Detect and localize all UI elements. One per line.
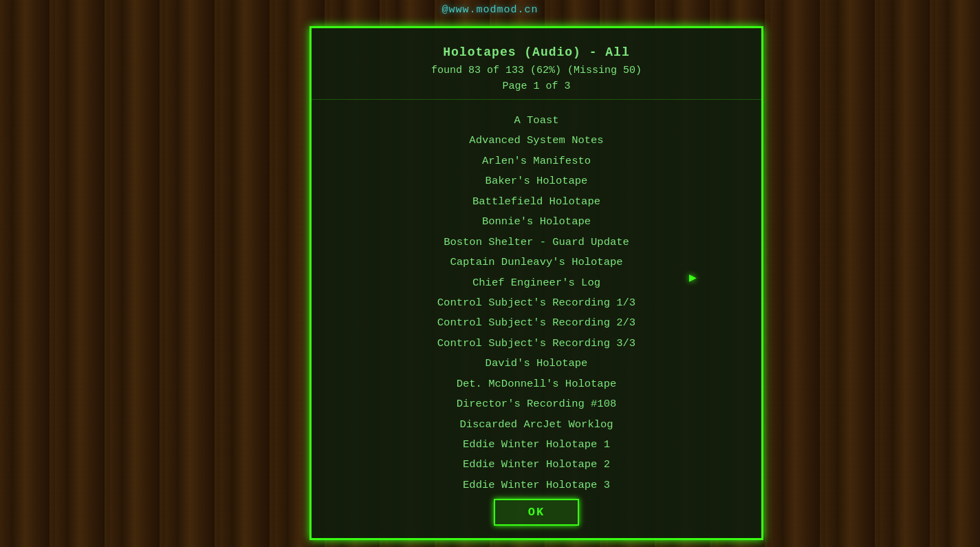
list-item[interactable]: Baker's Holotape (325, 171, 748, 191)
watermark: @www.modmod.cn (0, 0, 980, 16)
list-item[interactable]: Discarded ArcJet Worklog (325, 415, 748, 435)
header-page: Page 1 of 3 (325, 81, 748, 92)
list-item[interactable]: Eddie Winter Holotape 1 (325, 435, 748, 455)
list-item[interactable]: Eddie Winter Holotape 3 (325, 475, 748, 492)
list-item[interactable]: Control Subject's Recording 2/3 (325, 313, 748, 333)
list-item[interactable]: Eddie Winter Holotape 2 (325, 455, 748, 475)
selection-cursor: ▶ (689, 270, 697, 285)
list-item[interactable]: Det. McDonnell's Holotape (325, 374, 748, 394)
list-item[interactable]: Captain Dunleavy's Holotape (325, 253, 748, 272)
list-item[interactable]: Director's Recording #108 (325, 394, 748, 414)
list-item[interactable]: Battlefield Holotape (325, 192, 748, 212)
list-item[interactable]: Arlen's Manifesto (325, 151, 748, 171)
watermark-text: @www.modmod.cn (442, 4, 538, 16)
list-item[interactable]: Bonnie's Holotape (325, 212, 748, 232)
list-item[interactable]: Control Subject's Recording 3/3 (325, 334, 748, 354)
list-item[interactable]: Advanced System Notes (325, 131, 748, 151)
ok-button[interactable]: OK (494, 499, 579, 526)
header-subtitle: found 83 of 133 (62%) (Missing 50) (325, 65, 748, 76)
header-title: Holotapes (Audio) - All (325, 43, 748, 62)
list-item[interactable]: A Toast (325, 111, 748, 131)
list-item[interactable]: Boston Shelter - Guard Update (325, 233, 748, 253)
list-item[interactable]: Control Subject's Recording 1/3 (325, 293, 748, 313)
list-item[interactable]: Chief Engineer's Log (325, 273, 748, 293)
list-item[interactable]: David's Holotape (325, 354, 748, 374)
footer-section: OK (312, 492, 761, 538)
holotape-list: A ToastAdvanced System NotesArlen's Mani… (312, 100, 761, 492)
header-section: Holotapes (Audio) - All found 83 of 133 … (312, 28, 761, 100)
